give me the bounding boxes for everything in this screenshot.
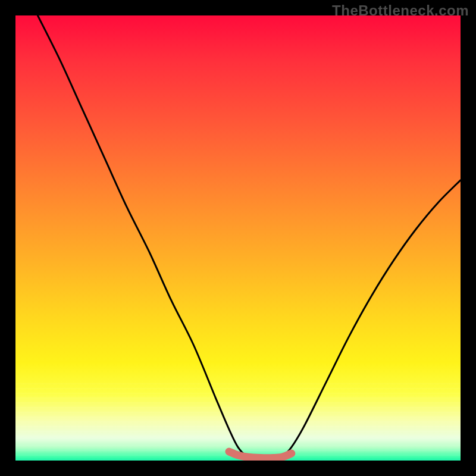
watermark-text: TheBottleneck.com — [332, 2, 469, 19]
curve-layer — [15, 15, 461, 461]
plot-area — [15, 15, 461, 461]
chart-frame: TheBottleneck.com — [0, 0, 476, 476]
bottleneck-curve-path — [37, 15, 461, 459]
bottleneck-marker-path — [229, 452, 292, 458]
